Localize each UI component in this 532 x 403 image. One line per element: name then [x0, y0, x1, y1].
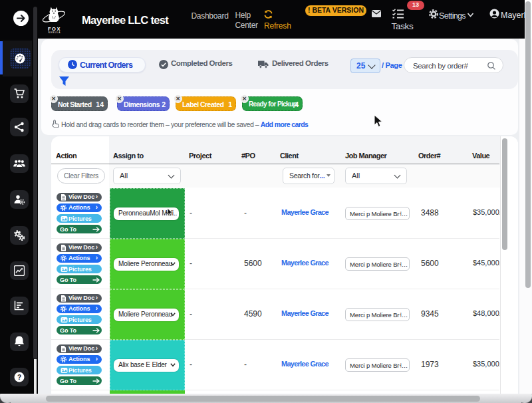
svg-text:?: ?: [17, 374, 21, 381]
svg-text:NEBULA: NEBULA: [49, 31, 61, 33]
